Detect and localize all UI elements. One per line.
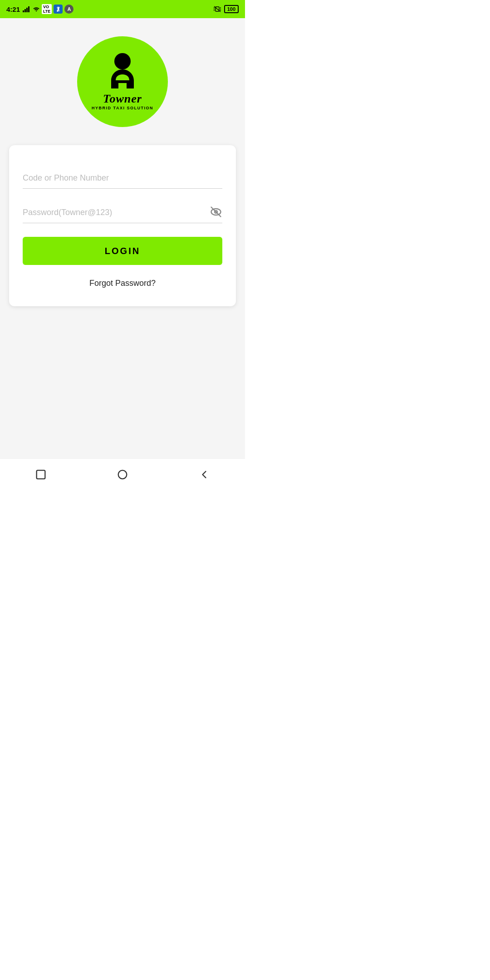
status-time: 4:21 (6, 5, 20, 13)
main-content: Towner HYBRID TAXI SOLUTION (0, 18, 245, 458)
accessibility-icon: A (64, 5, 74, 14)
svg-point-16 (118, 470, 127, 479)
nav-back-button[interactable] (195, 466, 213, 484)
logo-subtitle: HYBRID TAXI SOLUTION (92, 106, 153, 110)
silent-icon (213, 5, 221, 13)
logo-text: Towner (103, 92, 142, 106)
status-icons: VOLTE A (23, 4, 74, 14)
nav-square-button[interactable] (32, 466, 50, 484)
signal-icon (23, 6, 31, 12)
svg-rect-15 (37, 470, 45, 479)
login-button[interactable]: LOGIN (23, 237, 222, 265)
nav-home-button[interactable] (113, 466, 132, 484)
svg-rect-3 (28, 6, 29, 12)
status-bar-right: 100 (213, 5, 239, 13)
volte-badge: VOLTE (42, 4, 52, 14)
status-bar: 4:21 VOLTE (0, 0, 245, 18)
password-input-group (23, 202, 222, 223)
circle-icon (116, 468, 129, 481)
logo-icon (107, 53, 138, 90)
svg-rect-0 (23, 10, 24, 12)
password-input-wrapper (23, 202, 222, 223)
phone-input[interactable] (23, 168, 222, 189)
phone-input-group (23, 168, 222, 189)
svg-line-11 (214, 6, 220, 12)
wifi-icon (33, 6, 40, 12)
password-input[interactable] (23, 202, 222, 223)
status-bar-left: 4:21 VOLTE (6, 4, 74, 14)
app-logo: Towner HYBRID TAXI SOLUTION (77, 36, 168, 127)
logo-body (107, 68, 138, 90)
svg-rect-1 (24, 9, 26, 12)
bottom-navigation (0, 458, 245, 490)
square-icon (34, 468, 47, 481)
bluetooth-icon (54, 5, 63, 14)
battery-indicator: 100 (224, 5, 239, 13)
logo-head (114, 53, 131, 69)
back-icon (198, 468, 211, 481)
login-card: LOGIN Forgot Password? (9, 145, 236, 306)
forgot-password-link[interactable]: Forgot Password? (23, 279, 222, 288)
toggle-password-icon[interactable] (210, 206, 222, 220)
svg-rect-2 (26, 8, 28, 12)
phone-input-wrapper (23, 168, 222, 189)
